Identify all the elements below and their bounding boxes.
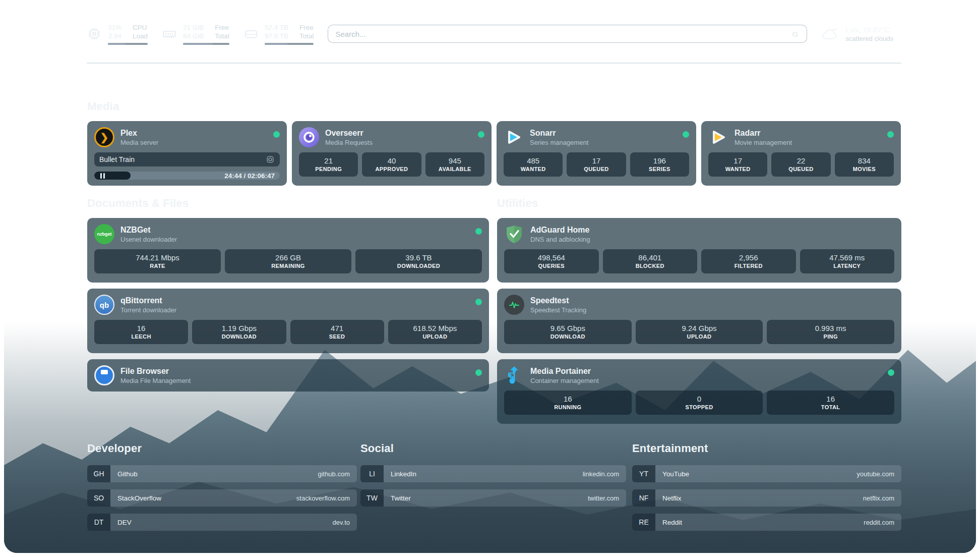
sonarr-icon: [504, 127, 524, 147]
stat-total: 16 TOTAL: [767, 391, 894, 415]
disk-free-value: 52.4 TB: [265, 23, 288, 32]
stat-latency: 47.569 ms LATENCY: [800, 249, 895, 273]
service-name: Radarr: [734, 128, 792, 138]
stat-label: SEED: [292, 333, 382, 341]
service-card-filebrowser[interactable]: File Browser Media File Management: [87, 359, 489, 392]
service-card-overseerr[interactable]: Overseerr Media Requests 21 PENDING 40 A…: [292, 121, 492, 186]
stat-label: UPLOAD: [390, 333, 480, 341]
section-title-entertainment: Entertainment: [632, 442, 708, 455]
stat-value: 266 GB: [227, 253, 349, 262]
stat-value: 471: [292, 323, 382, 333]
bookmark-abbr: LI: [360, 465, 384, 482]
bookmark-url: github.com: [318, 470, 357, 478]
bookmark-netflix[interactable]: NF Netflix netflix.com: [632, 489, 901, 507]
memory-progress-fill: [183, 43, 213, 45]
service-card-adguard[interactable]: AdGuard Home DNS and adblocking 498,564 …: [497, 218, 901, 283]
service-name: Sonarr: [530, 128, 588, 138]
stat-label: DOWNLOAD: [506, 333, 630, 341]
status-dot: [683, 131, 689, 138]
service-description: Torrent downloader: [120, 306, 176, 314]
stat-blocked: 86,401 BLOCKED: [603, 249, 698, 273]
stat-value: 16: [96, 323, 186, 333]
portainer-icon: [504, 365, 524, 385]
stat-value: 485: [506, 156, 561, 165]
stat-value: 2,956: [703, 253, 794, 262]
stat-label: DOWNLOAD: [194, 333, 284, 341]
search-provider-button[interactable]: G: [783, 25, 807, 42]
now-playing-row: Bullet Train: [94, 152, 280, 166]
plex-icon: ❯: [94, 127, 114, 147]
bookmark-url: netflix.com: [863, 494, 901, 502]
service-description: Movie management: [734, 138, 792, 147]
bookmark-url: reddit.com: [864, 519, 901, 526]
status-dot: [888, 369, 894, 376]
service-card-sonarr[interactable]: Sonarr Series management 485 WANTED 17 Q…: [497, 121, 696, 186]
bookmark-abbr: SO: [87, 489, 110, 507]
stat-value: 17: [569, 156, 624, 165]
bookmark-name: Netflix: [655, 494, 682, 502]
service-description: Media server: [120, 138, 158, 147]
bookmark-youtube[interactable]: YT YouTube youtube.com: [632, 465, 901, 482]
service-description: Speedtest Tracking: [530, 306, 586, 314]
cpu-widget: 31% 2.94 CPU Load: [87, 23, 148, 45]
stat-leech: 16 LEECH: [94, 320, 188, 344]
service-description: Media File Management: [120, 376, 191, 385]
stat-label: FILTERED: [703, 262, 794, 270]
bookmark-stackoverflow[interactable]: SO StackOverflow stackoverflow.com: [87, 489, 357, 507]
bookmark-abbr: GH: [87, 465, 110, 482]
bookmark-url: twitter.com: [588, 494, 626, 502]
stat-filtered: 2,956 FILTERED: [701, 249, 796, 273]
stat-approved: 40 APPROVED: [362, 152, 421, 177]
stat-label: REMAINING: [227, 262, 349, 270]
disk-widget: 52.4 TB 97.9 TB Free Total: [243, 23, 314, 45]
cpu-usage-label: CPU: [133, 23, 148, 32]
service-card-plex[interactable]: ❯ Plex Media server Bullet Train 24:44 /…: [87, 121, 287, 186]
status-dot: [273, 131, 280, 138]
stat-label: QUERIES: [506, 262, 597, 270]
service-card-speedtest[interactable]: Speedtest Speedtest Tracking 9.65 Gbps D…: [497, 289, 901, 353]
service-card-qbittorrent[interactable]: qb qBittorrent Torrent downloader 16 LEE…: [87, 289, 489, 353]
memory-free-value: 21 GiB: [183, 23, 204, 32]
filebrowser-icon: [94, 365, 114, 385]
stat-value: 86,401: [605, 253, 696, 262]
stat-label: LATENCY: [802, 262, 893, 270]
stat-label: TOTAL: [769, 404, 892, 411]
bookmark-twitter[interactable]: TW Twitter twitter.com: [360, 489, 626, 507]
search-input[interactable]: [328, 25, 783, 42]
stat-value: 22: [773, 156, 828, 165]
stat-stopped: 0 STOPPED: [636, 391, 763, 415]
service-name: Overseerr: [325, 128, 373, 138]
service-name: Media Portainer: [530, 366, 599, 376]
bookmark-abbr: YT: [632, 465, 655, 482]
bookmark-github[interactable]: GH Github github.com: [87, 465, 357, 482]
now-playing-title: Bullet Train: [99, 155, 135, 163]
stat-label: LEECH: [96, 333, 186, 341]
playback-progress-fill: [94, 172, 131, 180]
stat-label: QUEUED: [569, 165, 624, 173]
stat-value: 945: [427, 156, 482, 165]
stat-pending: 21 PENDING: [299, 152, 358, 177]
video-view-icon[interactable]: [266, 155, 275, 164]
stat-value: 17: [710, 156, 765, 165]
stat-value: 618.52 Mbps: [390, 323, 480, 333]
memory-widget: 21 GiB 64 GiB Free Total: [162, 23, 229, 45]
bookmark-linkedin[interactable]: LI LinkedIn linkedin.com: [360, 465, 626, 482]
service-card-nzbget[interactable]: nzbget NZBGet Usenet downloader 744.21 M…: [87, 218, 489, 283]
service-card-radarr[interactable]: Radarr Movie management 17 WANTED 22 QUE…: [701, 121, 901, 186]
service-name: qBittorrent: [120, 296, 176, 306]
cpu-progress-track: [108, 43, 148, 45]
bookmark-name: YouTube: [655, 470, 689, 478]
playback-progress-bar[interactable]: 24:44 / 02:06:47: [94, 172, 280, 180]
cloud-icon: [821, 26, 839, 41]
stat-download: 9.65 Gbps DOWNLOAD: [504, 320, 632, 344]
bookmark-reddit[interactable]: RE Reddit reddit.com: [632, 514, 901, 531]
section-title-utilities: Utilities: [497, 197, 538, 210]
memory-progress-track: [183, 43, 229, 45]
bookmark-url: dev.to: [333, 519, 357, 526]
bookmark-dev[interactable]: DT DEV dev.to: [87, 514, 357, 531]
weather-widget[interactable]: Lviv, 16.87°C scattered clouds: [821, 25, 893, 43]
stat-queries: 498,564 QUERIES: [504, 249, 599, 273]
service-card-portainer[interactable]: Media Portainer Container management 16 …: [497, 359, 901, 424]
bookmark-url: stackoverflow.com: [296, 494, 357, 502]
disk-total-label: Total: [299, 32, 314, 40]
